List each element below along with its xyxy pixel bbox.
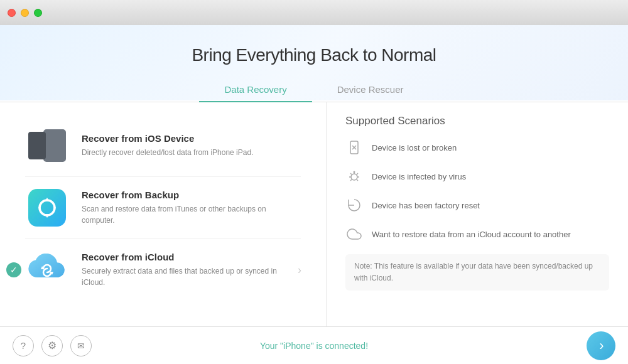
maximize-button[interactable] [34,9,42,17]
cloud-icon [345,225,363,243]
backup-item-text: Recover from Backup Scan and restore dat… [82,190,301,226]
next-arrow-icon: › [599,338,604,354]
note-text: Note: This feature is available if your … [354,262,593,282]
next-button[interactable]: › [587,331,615,360]
phone-broken-icon [345,139,363,156]
right-panel-arrow: › [298,264,301,277]
bug-icon [345,168,363,185]
email-button[interactable]: ✉ [70,335,92,356]
tab-data-recovery[interactable]: Data Recovery [199,78,311,102]
scenario-icloud-restore: Want to restore data from an iCloud acco… [345,225,609,243]
email-icon: ✉ [77,341,85,351]
right-panel: Supported Scenarios Device is lost or br… [327,102,628,326]
scenario-virus-text: Device is infected by virus [372,172,466,181]
title-bar [0,0,628,25]
device-front [28,132,46,159]
recover-backup-item[interactable]: Recover from Backup Scan and restore dat… [25,177,301,239]
backup-arrows-svg [36,196,58,219]
traffic-lights [8,9,42,17]
icloud-icon [25,248,69,292]
page-title: Bring Everything Back to Normal [13,45,615,65]
connection-status: Your "iPhone" is connected! [260,341,368,351]
help-icon: ? [21,340,26,351]
header: Bring Everything Back to Normal [0,25,628,65]
scenario-factory-reset: Device has been factory reset [345,196,609,214]
svg-point-8 [354,171,355,173]
device-back [43,129,66,162]
icloud-item-title: Recover from iCloud [82,252,301,262]
tab-bar: Data Recovery Device Rescuer [0,78,628,102]
scenario-factory-reset-text: Device has been factory reset [372,201,480,210]
bottom-icons: ? ⚙ ✉ [13,335,92,356]
ios-item-description: Directly recover deleted/lost data from … [82,147,253,158]
scenario-virus: Device is infected by virus [345,168,609,185]
backup-item-title: Recover from Backup [82,190,301,200]
left-panel: Recover from iOS Device Directly recover… [0,102,327,326]
close-button[interactable] [8,9,16,17]
ios-item-text: Recover from iOS Device Directly recover… [82,133,253,158]
scenario-icloud-restore-text: Want to restore data from an iCloud acco… [372,230,571,239]
settings-button[interactable]: ⚙ [41,335,63,356]
backup-item-description: Scan and restore data from iTunes or oth… [82,203,301,226]
icloud-item-description: Securely extract data and files that bac… [82,265,301,288]
recover-ios-item[interactable]: Recover from iOS Device Directly recover… [25,115,301,177]
content-area: Recover from iOS Device Directly recover… [0,102,628,326]
selected-indicator: ✓ [6,262,21,277]
icloud-item-text: Recover from iCloud Securely extract dat… [82,252,301,288]
minimize-button[interactable] [21,9,29,17]
bottom-bar: ? ⚙ ✉ Your "iPhone" is connected! › [0,326,628,364]
reset-icon [345,196,363,214]
note-box: Note: This feature is available if your … [345,254,609,291]
tab-device-rescuer[interactable]: Device Rescuer [312,78,429,102]
main-content: Bring Everything Back to Normal Data Rec… [0,25,628,364]
backup-icon [25,186,69,230]
icloud-svg [26,254,68,286]
scenario-lost-broken-text: Device is lost or broken [372,143,457,153]
scenarios-title: Supported Scenarios [345,115,609,127]
ios-item-title: Recover from iOS Device [82,133,253,144]
scenario-lost-broken: Device is lost or broken [345,139,609,156]
help-button[interactable]: ? [13,335,34,356]
gear-icon: ⚙ [48,340,57,351]
ios-device-icon [25,124,69,168]
svg-point-7 [351,174,357,180]
recover-icloud-item[interactable]: ✓ [25,239,301,301]
